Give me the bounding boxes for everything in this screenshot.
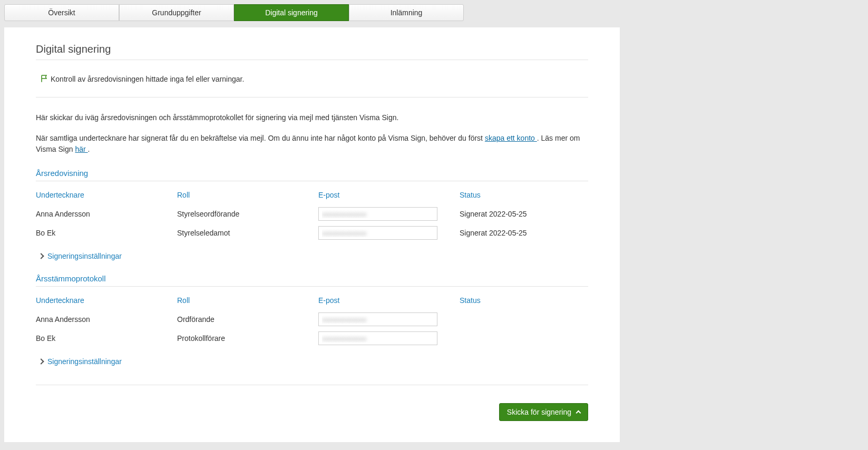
signer-email-cell bbox=[318, 310, 460, 329]
signer-role: Protokollförare bbox=[177, 331, 318, 345]
tab-bar: Översikt Grunduppgifter Digital signerin… bbox=[0, 0, 868, 21]
annual-table: Undertecknare Roll E-post Status Anna An… bbox=[36, 191, 588, 242]
read-more-link[interactable]: här bbox=[75, 145, 87, 153]
col-header-email: E-post bbox=[318, 296, 460, 305]
col-header-status: Status bbox=[460, 191, 588, 199]
email-field[interactable] bbox=[318, 331, 437, 345]
protokoll-table: Undertecknare Roll E-post Status Anna An… bbox=[36, 296, 588, 348]
signer-email-cell bbox=[318, 223, 460, 242]
chevron-right-icon bbox=[38, 358, 44, 364]
expander-label: Signeringsinställningar bbox=[47, 357, 122, 366]
signer-email-cell bbox=[318, 204, 460, 223]
signer-name: Anna Andersson bbox=[36, 207, 177, 221]
signer-status: Signerat 2022-05-25 bbox=[460, 207, 588, 221]
signer-status bbox=[460, 317, 588, 322]
tab-digital-signering[interactable]: Digital signering bbox=[234, 4, 349, 21]
signing-settings-expander-protokoll[interactable]: Signeringsinställningar bbox=[36, 357, 122, 366]
signer-status: Signerat 2022-05-25 bbox=[460, 226, 588, 240]
col-header-signer: Undertecknare bbox=[36, 296, 177, 305]
email-field[interactable] bbox=[318, 207, 437, 221]
tab-grunduppgifter[interactable]: Grunduppgifter bbox=[119, 4, 234, 21]
section-title-protokoll: Årsstämmoprotokoll bbox=[36, 274, 588, 287]
intro-text-2c: . bbox=[88, 145, 90, 153]
flag-icon bbox=[40, 74, 50, 83]
signer-email-cell bbox=[318, 329, 460, 348]
email-field[interactable] bbox=[318, 226, 437, 240]
send-for-signing-button[interactable]: Skicka för signering bbox=[499, 403, 588, 421]
col-header-status: Status bbox=[460, 296, 588, 305]
intro-paragraph-1: Här skickar du iväg årsredovisningen och… bbox=[36, 112, 588, 123]
col-header-signer: Undertecknare bbox=[36, 191, 177, 199]
col-header-email: E-post bbox=[318, 191, 460, 199]
signer-role: Styrelseledamot bbox=[177, 226, 318, 240]
email-field[interactable] bbox=[318, 312, 437, 326]
button-label: Skicka för signering bbox=[507, 408, 571, 416]
signer-role: Ordförande bbox=[177, 312, 318, 326]
create-account-link[interactable]: skapa ett konto bbox=[485, 134, 537, 142]
signing-settings-expander-annual[interactable]: Signeringsinställningar bbox=[36, 252, 122, 260]
divider bbox=[36, 385, 588, 385]
page-title: Digital signering bbox=[36, 43, 588, 60]
col-header-role: Roll bbox=[177, 191, 318, 199]
chevron-up-icon bbox=[576, 410, 581, 416]
intro-paragraph-2: När samtliga undertecknare har signerat … bbox=[36, 133, 588, 155]
intro-text-2a: När samtliga undertecknare har signerat … bbox=[36, 134, 485, 142]
signer-role: Styrelseordförande bbox=[177, 207, 318, 221]
actions-row: Skicka för signering bbox=[36, 403, 588, 421]
tab-inlamning[interactable]: Inlämning bbox=[349, 4, 464, 21]
tab-oversikt[interactable]: Översikt bbox=[4, 4, 119, 21]
section-title-annual: Årsredovisning bbox=[36, 169, 588, 181]
col-header-role: Roll bbox=[177, 296, 318, 305]
expander-label: Signeringsinställningar bbox=[47, 252, 122, 260]
signer-name: Anna Andersson bbox=[36, 312, 177, 326]
main-panel: Digital signering Kontroll av årsredovis… bbox=[4, 27, 620, 442]
signer-name: Bo Ek bbox=[36, 331, 177, 345]
signer-name: Bo Ek bbox=[36, 226, 177, 240]
chevron-right-icon bbox=[38, 253, 44, 259]
validation-text: Kontroll av årsredovisningen hittade ing… bbox=[51, 75, 244, 83]
validation-row: Kontroll av årsredovisningen hittade ing… bbox=[36, 60, 588, 97]
signer-status bbox=[460, 336, 588, 341]
